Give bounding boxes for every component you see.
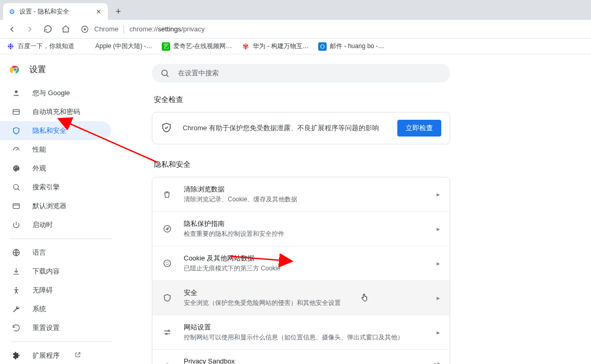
sidebar-item-label: 外观 — [32, 164, 46, 173]
open-external-icon — [74, 351, 81, 360]
bookmark-huawei[interactable]: ✾ 华为 - 构建万物互… — [241, 42, 309, 51]
sidebar-item-performance[interactable]: 性能 — [0, 140, 111, 159]
row-title: Cookie 及其他网站数据 — [184, 254, 425, 263]
row-sub: 控制网站可以使用和显示什么信息（如位置信息、摄像头、弹出式窗口及其他） — [184, 333, 425, 342]
tab-close-button[interactable]: ✕ — [94, 7, 103, 16]
svg-point-18 — [164, 260, 171, 267]
sidebar-item-autofill[interactable]: 自动填充和密码 — [0, 103, 111, 121]
chevron-right-icon: ▸ — [437, 328, 440, 336]
svg-point-10 — [14, 185, 18, 189]
url-path: chrome://settings/privacy — [129, 25, 205, 33]
compass-icon — [162, 224, 172, 233]
sidebar-item-label: 无障碍 — [32, 286, 53, 295]
extension-icon — [12, 351, 21, 360]
back-button[interactable] — [4, 21, 20, 37]
gauge-icon — [12, 145, 21, 154]
sidebar-item-label: 下载内容 — [32, 267, 60, 276]
sidebar-item-label: 自动填充和密码 — [32, 107, 80, 117]
sidebar-item-system[interactable]: 系统 — [0, 300, 111, 318]
browser-icon — [12, 202, 21, 210]
site-info-icon[interactable] — [81, 25, 89, 33]
row-privacy-guide[interactable]: 隐私保护指南 检查重要的隐私控制设置和安全控件 ▸ — [152, 211, 450, 246]
row-sub: 清除浏览记录、Cookie、缓存及其他数据 — [184, 195, 425, 204]
sidebar-item-privacy-security[interactable]: 隐私和安全 — [0, 121, 111, 140]
bookmark-icon: ✾ — [241, 42, 250, 51]
wrench-icon — [12, 305, 21, 313]
home-button[interactable] — [58, 21, 73, 37]
browser-tab[interactable]: ⚙ 设置 - 隐私和安全 ✕ — [3, 3, 108, 20]
sidebar-item-label: 系统 — [32, 304, 46, 314]
sidebar-item-label: 默认浏览器 — [32, 201, 66, 211]
row-sub: 已阻止无痕模式下的第三方 Cookie — [184, 264, 425, 273]
shield-icon — [12, 127, 21, 135]
new-tab-button[interactable]: + — [111, 4, 126, 19]
globe-icon — [12, 248, 21, 257]
trash-icon — [162, 190, 172, 199]
row-site-settings[interactable]: 网站设置 控制网站可以使用和显示什么信息（如位置信息、摄像头、弹出式窗口及其他）… — [152, 315, 450, 349]
autofill-icon — [12, 108, 21, 116]
chevron-right-icon: ▸ — [437, 294, 440, 302]
shield-icon — [162, 293, 172, 302]
row-cookies[interactable]: Cookie 及其他网站数据 已阻止无痕模式下的第三方 Cookie ▸ — [152, 246, 450, 280]
sidebar-item-label: 隐私和安全 — [32, 126, 66, 135]
palette-icon — [12, 164, 21, 173]
sidebar-item-default-browser[interactable]: 默认浏览器 — [0, 197, 111, 215]
row-title: Privacy Sandbox — [184, 357, 421, 364]
tab-strip: ⚙ 设置 - 隐私和安全 ✕ + — [0, 0, 591, 20]
svg-point-7 — [14, 168, 15, 169]
section-title-privacy: 隐私和安全 — [154, 160, 575, 169]
sidebar-item-extensions[interactable]: 扩展程序 — [0, 346, 111, 364]
row-clear-browsing-data[interactable]: 清除浏览数据 清除浏览记录、Cookie、缓存及其他数据 ▸ — [152, 177, 450, 211]
row-title: 隐私保护指南 — [184, 219, 425, 229]
bookmark-iqiyi[interactable]: 艺 爱奇艺-在线视频网… — [162, 42, 232, 51]
settings-search[interactable]: 在设置中搜索 — [152, 64, 450, 83]
sidebar-item-appearance[interactable]: 外观 — [0, 159, 111, 178]
cursor-icon — [360, 293, 369, 305]
check-now-button[interactable]: 立即检查 — [397, 120, 441, 136]
row-title: 网站设置 — [184, 323, 425, 332]
chrome-logo-icon — [9, 64, 21, 75]
tab-title: 设置 - 隐私和安全 — [19, 7, 91, 16]
bookmark-apple[interactable]: Apple (中国大陆) -… — [84, 42, 152, 51]
gear-icon: ⚙ — [8, 8, 16, 15]
sidebar-item-accessibility[interactable]: 无障碍 — [0, 281, 111, 300]
sidebar-header: 设置 — [0, 62, 126, 84]
row-privacy-sandbox[interactable]: Privacy Sandbox 试用版功能已关闭 — [152, 349, 450, 364]
sidebar-item-you-and-google[interactable]: 您与 Google — [0, 84, 111, 103]
apple-icon — [84, 42, 92, 51]
sliders-icon — [162, 328, 172, 337]
svg-point-13 — [16, 287, 17, 289]
row-title: 安全 — [184, 288, 425, 298]
svg-point-8 — [15, 166, 16, 167]
open-external-icon — [433, 362, 440, 365]
settings-title: 设置 — [29, 64, 46, 75]
safety-description: Chrome 有助于保护您免受数据泄露、不良扩展程序等问题的影响 — [183, 123, 387, 133]
sidebar-item-language[interactable]: 语言 — [0, 243, 111, 262]
privacy-list-card: 清除浏览数据 清除浏览记录、Cookie、缓存及其他数据 ▸ 隐私保护指南 检查… — [152, 177, 450, 364]
shield-check-icon — [161, 122, 172, 135]
svg-point-16 — [162, 70, 168, 76]
svg-point-24 — [165, 333, 167, 335]
flask-icon — [162, 362, 172, 365]
bookmark-outlook[interactable]: O 邮件 - huang bo -… — [318, 42, 384, 51]
reset-icon — [12, 324, 21, 332]
sidebar-item-search-engine[interactable]: 搜索引擎 — [0, 178, 111, 197]
bookmark-baidu[interactable]: ❉ 百度一下，你就知道 — [6, 42, 74, 51]
bookmark-label: 爱奇艺-在线视频网… — [173, 42, 232, 51]
browser-toolbar: Chrome chrome://settings/privacy — [0, 20, 591, 39]
cookie-icon — [162, 259, 172, 268]
bookmark-label: 百度一下，你就知道 — [18, 42, 74, 51]
chevron-right-icon: ▸ — [437, 259, 440, 267]
address-bar[interactable]: Chrome chrome://settings/privacy — [75, 22, 210, 37]
bookmark-label: 邮件 - huang bo -… — [330, 42, 384, 51]
forward-button[interactable] — [22, 21, 38, 37]
section-title-safety: 安全检查 — [154, 95, 575, 105]
row-security[interactable]: 安全 安全浏览（保护您免受危险网站的侵害）和其他安全设置 ▸ — [152, 280, 450, 315]
sidebar-item-reset[interactable]: 重置设置 — [0, 318, 111, 337]
reload-button[interactable] — [40, 21, 55, 37]
svg-point-23 — [168, 330, 169, 332]
sidebar-item-on-startup[interactable]: 启动时 — [0, 215, 111, 234]
row-sub: 检查重要的隐私控制设置和安全控件 — [184, 230, 425, 238]
svg-point-5 — [15, 90, 17, 93]
sidebar-item-downloads[interactable]: 下载内容 — [0, 262, 111, 281]
